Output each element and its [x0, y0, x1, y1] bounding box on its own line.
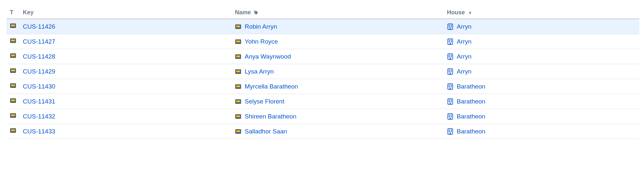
house-icon [447, 38, 453, 45]
issue-key-link[interactable]: CUS-11432 [23, 113, 55, 120]
person-name-link[interactable]: Salladhor Saan [245, 128, 287, 135]
table-row[interactable]: CUS-11430 Myrcella Baratheon Baratheon [7, 79, 639, 94]
person-name-link[interactable]: Selyse Florent [245, 98, 284, 105]
house-icon [447, 98, 453, 105]
issue-key-link[interactable]: CUS-11427 [23, 38, 55, 45]
house-link[interactable]: Baratheon [457, 98, 485, 105]
issue-type-icon [10, 67, 16, 74]
person-type-icon [235, 98, 241, 105]
column-header-label: House [447, 9, 465, 16]
house-link[interactable]: Baratheon [457, 113, 485, 120]
table-row[interactable]: CUS-11431 Selyse Florent Baratheon [7, 94, 639, 109]
issue-type-icon [10, 112, 16, 119]
tag-icon [253, 9, 259, 16]
issue-key-link[interactable]: CUS-11428 [23, 53, 55, 60]
issue-type-icon [10, 22, 16, 29]
issue-key-link[interactable]: CUS-11426 [23, 23, 55, 30]
issue-key-link[interactable]: CUS-11433 [23, 128, 55, 135]
house-link[interactable]: Arryn [457, 38, 471, 45]
issue-key-link[interactable]: CUS-11430 [23, 83, 55, 90]
issue-key-link[interactable]: CUS-11431 [23, 98, 55, 105]
column-header-house[interactable]: House [444, 7, 639, 19]
table-row[interactable]: CUS-11426 Robin Arryn Arryn [7, 19, 639, 34]
house-icon [447, 68, 453, 75]
person-name-link[interactable]: Robin Arryn [245, 23, 277, 30]
column-header-label: T [10, 9, 13, 16]
person-type-icon [235, 38, 241, 45]
issue-type-icon [10, 52, 16, 59]
house-icon [447, 128, 453, 135]
column-header-name[interactable]: Name [232, 7, 444, 19]
issue-type-icon [10, 82, 16, 89]
person-name-link[interactable]: Lysa Arryn [245, 68, 274, 75]
house-link[interactable]: Baratheon [457, 83, 485, 90]
table-row[interactable]: CUS-11427 Yohn Royce Arryn [7, 34, 639, 49]
house-icon [447, 23, 453, 30]
person-name-link[interactable]: Shireen Baratheon [245, 113, 296, 120]
person-type-icon [235, 113, 241, 120]
house-link[interactable]: Baratheon [457, 128, 485, 135]
person-name-link[interactable]: Anya Waynwood [245, 53, 291, 60]
issue-table: T Key Name House [7, 7, 639, 139]
house-link[interactable]: Arryn [457, 68, 471, 75]
column-header-label: Key [23, 9, 34, 16]
issue-type-icon [10, 97, 16, 104]
table-row[interactable]: CUS-11432 Shireen Baratheon Baratheon [7, 109, 639, 124]
column-header-label: Name [235, 9, 251, 16]
column-header-type[interactable]: T [7, 7, 20, 19]
person-type-icon [235, 68, 241, 75]
issue-type-icon [10, 37, 16, 44]
person-type-icon [235, 83, 241, 90]
person-type-icon [235, 23, 241, 30]
person-type-icon [235, 128, 241, 135]
person-type-icon [235, 53, 241, 60]
column-header-key[interactable]: Key [20, 7, 232, 19]
issue-type-icon [10, 127, 16, 134]
house-icon [447, 83, 453, 90]
house-icon [447, 53, 453, 60]
issue-key-link[interactable]: CUS-11429 [23, 68, 55, 75]
house-link[interactable]: Arryn [457, 23, 471, 30]
person-name-link[interactable]: Myrcella Baratheon [245, 83, 298, 90]
table-row[interactable]: CUS-11428 Anya Waynwood Arryn [7, 49, 639, 64]
person-name-link[interactable]: Yohn Royce [245, 38, 278, 45]
table-row[interactable]: CUS-11429 Lysa Arryn Arryn [7, 64, 639, 79]
table-row[interactable]: CUS-11433 Salladhor Saan Baratheon [7, 124, 639, 139]
house-link[interactable]: Arryn [457, 53, 471, 60]
table-header-row: T Key Name House [7, 7, 639, 19]
sort-ascending-icon [467, 9, 473, 16]
house-icon [447, 113, 453, 120]
